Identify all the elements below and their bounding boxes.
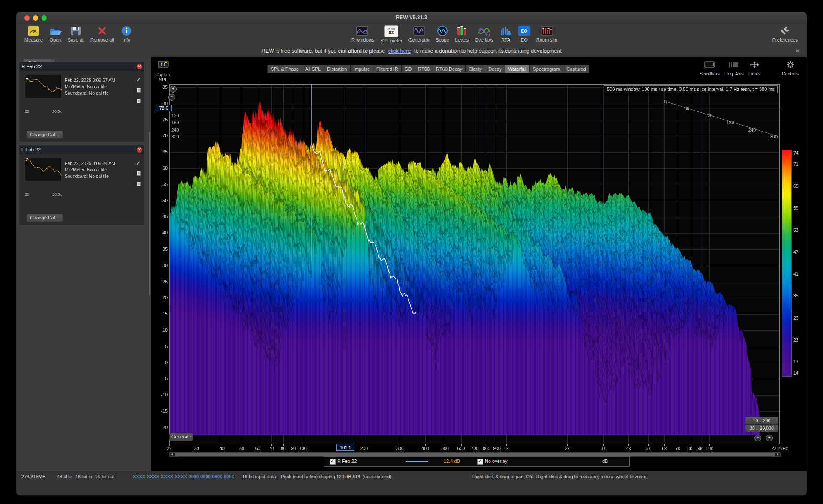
measurement-card-1[interactable]: R Feb 22 ✕ 1 20 20.0k Feb 22, 2025 8:06:… bbox=[19, 62, 145, 142]
notes-icon[interactable] bbox=[136, 87, 141, 94]
tab-captured[interactable]: Captured bbox=[563, 65, 589, 73]
tab-waterfall[interactable]: Waterfall bbox=[505, 65, 529, 73]
freq-range-button-full[interactable]: 20 .. 20,000 bbox=[745, 424, 778, 432]
cursor-frequency-readout: 161.1 bbox=[336, 444, 354, 451]
waterfall-canvas[interactable] bbox=[169, 84, 780, 444]
generate-button[interactable]: Generate bbox=[169, 433, 193, 441]
rew-window: REW V5.31.3 Measure Open Save all Remove… bbox=[16, 12, 807, 496]
donation-link[interactable]: click here bbox=[388, 48, 411, 54]
thumb-max-label: 20.0k bbox=[52, 109, 62, 114]
measurement-card-2[interactable]: L Feb 22 ✕ 2 20 20.0k Feb 22, 2025 8:06:… bbox=[19, 145, 145, 225]
eq-label: EQ bbox=[521, 37, 528, 42]
room-sim-label: Room sim bbox=[536, 37, 558, 42]
notes-icon[interactable] bbox=[136, 170, 141, 177]
measurement-2-name: L Feb 22 bbox=[21, 147, 41, 152]
measure-button[interactable]: Measure bbox=[24, 25, 43, 42]
change-cal-button-1[interactable]: Change Cal... bbox=[26, 131, 63, 139]
channel-status[interactable]: XXXX XXXX XXXX XXXX 0000 0000 0000 0000 bbox=[133, 474, 234, 479]
remove-measurement-2-icon[interactable]: ✕ bbox=[137, 147, 142, 153]
overlay-checkbox[interactable] bbox=[477, 459, 483, 465]
measurement-2-thumbnail[interactable]: 2 20 20.0k bbox=[25, 157, 62, 181]
tab-filtered-ir[interactable]: Filtered IR bbox=[373, 65, 401, 73]
tab-all-spl[interactable]: All SPL bbox=[302, 65, 324, 73]
freq-range-button-low[interactable]: 10 .. 200 bbox=[745, 417, 778, 424]
doc-icon[interactable] bbox=[136, 97, 141, 105]
bit-depth-status: 16-bit in, 16-bit out bbox=[75, 474, 114, 479]
doc-icon[interactable] bbox=[136, 180, 141, 188]
limits-icon bbox=[749, 61, 760, 70]
scroll-left-icon[interactable] bbox=[171, 453, 173, 456]
measurement-2-index: 2 bbox=[26, 157, 28, 162]
overlays-button[interactable]: Overlays bbox=[475, 25, 493, 42]
banner-close-icon[interactable]: ✕ bbox=[796, 48, 800, 54]
tab-gd[interactable]: GD bbox=[401, 65, 415, 73]
scrollbars-button[interactable]: Scrollbars bbox=[700, 61, 720, 76]
tab-rt60[interactable]: RT60 bbox=[415, 65, 433, 73]
tab-clarity[interactable]: Clarity bbox=[465, 65, 485, 73]
tab-impulse[interactable]: Impulse bbox=[350, 65, 373, 73]
capture-button[interactable]: Capture bbox=[155, 59, 172, 78]
freq-axis-button[interactable]: Freq. Axis bbox=[724, 61, 744, 76]
spl-meter-button[interactable]: dB SPL 83 SPL meter bbox=[380, 25, 402, 43]
mouse-hint-text: Right click & drag to pan; Ctrl+Right cl… bbox=[472, 474, 648, 479]
edit-pencil-icon[interactable] bbox=[136, 76, 141, 84]
measurement-1-mic: Mic/Meter: No cal file bbox=[65, 84, 107, 89]
tab-rt60-decay[interactable]: RT60 Decay bbox=[433, 65, 465, 73]
window-title: REW V5.31.3 bbox=[16, 15, 807, 21]
ir-windows-label: IR windows bbox=[350, 37, 374, 42]
ir-windows-icon bbox=[356, 25, 369, 36]
measurement-1-thumbnail[interactable]: 1 20 20.0k bbox=[25, 74, 62, 98]
status-bar: 273/318MB 48 kHz 16-bit in, 16-bit out X… bbox=[16, 471, 807, 495]
scrollbar-thumb[interactable] bbox=[175, 453, 775, 456]
rta-label: RTA bbox=[501, 37, 510, 42]
tab-decay[interactable]: Decay bbox=[485, 65, 505, 73]
limits-label: Limits bbox=[748, 71, 760, 76]
rta-button[interactable]: RTA bbox=[499, 25, 512, 42]
measurement-1-title-row[interactable]: R Feb 22 ✕ bbox=[19, 62, 144, 71]
save-icon bbox=[69, 25, 82, 36]
tab-distortion[interactable]: Distortion bbox=[324, 65, 350, 73]
zoom-out-icon[interactable]: − bbox=[168, 94, 175, 101]
thumb-max-label: 20.0k bbox=[52, 192, 62, 197]
spl-axis-label: SPL bbox=[148, 77, 168, 82]
banner-text-suffix: to make a donation to help support its c… bbox=[414, 48, 562, 54]
remove-measurement-1-icon[interactable]: ✕ bbox=[137, 64, 142, 69]
x-zoom-in-icon[interactable]: + bbox=[766, 435, 773, 441]
x-zoom-out-icon[interactable]: − bbox=[754, 435, 761, 441]
levels-icon bbox=[455, 25, 468, 36]
open-button[interactable]: Open bbox=[49, 25, 62, 42]
edit-pencil-icon[interactable] bbox=[136, 159, 141, 167]
info-label: Info bbox=[123, 37, 130, 42]
scrollbars-icon bbox=[704, 61, 715, 70]
room-sim-button[interactable]: Room sim bbox=[536, 25, 558, 42]
eq-button[interactable]: EQ EQ bbox=[518, 25, 530, 42]
remove-all-button[interactable]: Remove all bbox=[90, 25, 114, 42]
legend-unit-label: dB bbox=[602, 459, 608, 464]
measurement-2-title-row[interactable]: L Feb 22 ✕ bbox=[19, 145, 144, 154]
generator-button[interactable]: Generator bbox=[408, 25, 430, 42]
change-cal-button-2[interactable]: Change Cal... bbox=[26, 214, 63, 222]
ir-windows-button[interactable]: IR windows bbox=[350, 25, 374, 42]
tab-spl-phase[interactable]: SPL & Phase bbox=[267, 65, 302, 73]
controls-button[interactable]: Controls bbox=[782, 61, 799, 76]
measurement-1-soundcard: Soundcard: No cal file bbox=[65, 90, 109, 96]
tab-spectrogram[interactable]: Spectrogram bbox=[529, 65, 563, 73]
open-label: Open bbox=[49, 37, 61, 42]
preferences-button[interactable]: Preferences bbox=[772, 25, 798, 42]
info-button[interactable]: Info bbox=[120, 25, 133, 42]
levels-label: Levels bbox=[455, 37, 469, 42]
waterfall-info-readout: 500 ms window, 100 ms rise time, 3.00 ms… bbox=[604, 85, 778, 93]
titlebar[interactable]: REW V5.31.3 bbox=[16, 12, 807, 24]
scope-button[interactable]: Scope bbox=[436, 25, 449, 42]
limits-button[interactable]: Limits bbox=[748, 61, 760, 76]
levels-button[interactable]: Levels bbox=[455, 25, 469, 42]
scroll-right-icon[interactable] bbox=[777, 453, 779, 456]
sample-rate-status: 48 kHz bbox=[57, 474, 72, 479]
trace-visible-checkbox[interactable] bbox=[330, 459, 336, 465]
peak-input-status: Peak input before clipping 120 dB SPL (u… bbox=[281, 474, 391, 479]
panel-scrollbar[interactable] bbox=[149, 132, 150, 295]
zoom-in-icon[interactable]: + bbox=[170, 86, 177, 93]
measurement-2-mic: Mic/Meter: No cal file bbox=[65, 167, 107, 172]
save-all-button[interactable]: Save all bbox=[68, 25, 84, 42]
save-all-label: Save all bbox=[68, 37, 84, 42]
